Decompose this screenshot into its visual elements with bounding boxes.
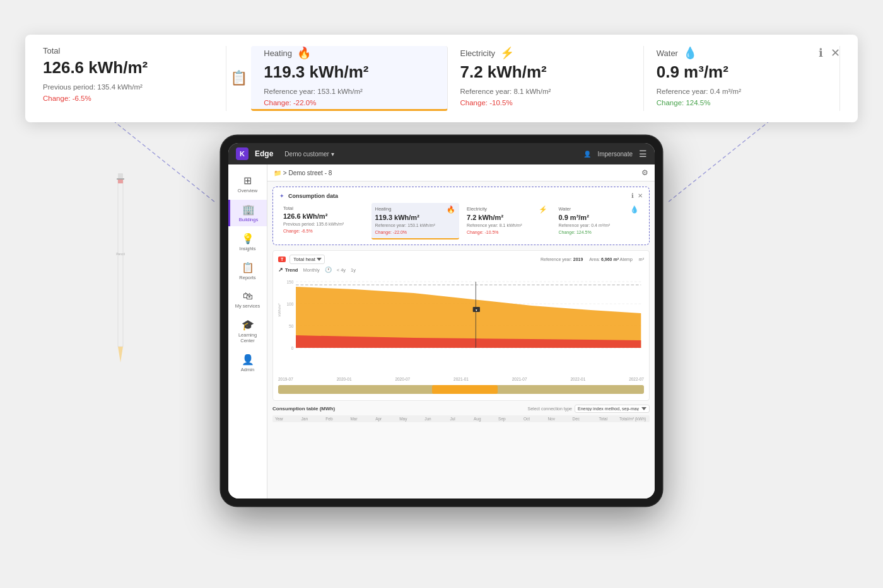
sidebar-item-reports[interactable]: 📋 Reports: [228, 258, 267, 284]
chevron-down-icon: ▾: [331, 151, 334, 158]
settings-icon[interactable]: ⚙: [641, 168, 648, 177]
water-column: Water 💧 0.9 m³/m² Reference year: 0.4 m³…: [644, 46, 840, 111]
electricity-label: Electricity: [460, 49, 496, 58]
chart-tabs: ↗ Trend Monthly 🕐 < 4y 1y: [278, 267, 644, 273]
buildings-icon: 🏢: [242, 204, 255, 216]
learningcenter-icon: 🎓: [242, 319, 254, 331]
th-jun: Jun: [416, 417, 440, 421]
svg-text:50: 50: [289, 324, 293, 328]
cw-water-icon: 💧: [630, 205, 639, 214]
heating-column: Heating 🔥 119.3 kWh/m² Reference year: 1…: [251, 46, 447, 111]
svg-rect-5: [118, 180, 123, 183]
myservices-label: My services: [235, 303, 260, 309]
total-change: Change: -6.5%: [43, 95, 91, 102]
cw-spark-icon: ✦: [279, 193, 284, 199]
th-feb: Feb: [317, 417, 341, 421]
th-jan: Jan: [293, 417, 317, 421]
trend-icon: ↗: [278, 267, 283, 273]
table-row-header: Consumption table (MWh) Select connectio…: [272, 405, 650, 413]
th-total-m2: Total/m² (kWh): [618, 417, 647, 421]
electricity-value: 7.2 kWh/m²: [460, 62, 631, 82]
th-aug: Aug: [465, 417, 489, 421]
hamburger-icon[interactable]: ☰: [639, 149, 647, 159]
tab-monthly[interactable]: Monthly: [303, 267, 319, 273]
connection-type-select[interactable]: Energy index method, sep-may: [575, 405, 650, 413]
impersonate-button[interactable]: Impersonate: [597, 151, 633, 158]
panel-info-button[interactable]: ℹ: [819, 46, 823, 60]
water-header: Water 💧: [657, 46, 827, 60]
cw-water: Water 💧 0.9 m³/m² Reference year: 0.4 m³…: [555, 203, 643, 239]
tab-4y[interactable]: < 4y: [337, 267, 346, 273]
electricity-header: Electricity ⚡: [460, 46, 631, 60]
th-may: May: [391, 417, 415, 421]
heating-change: Change: -22.0%: [264, 99, 316, 107]
breadcrumb: 📁 > Demo street - 8: [274, 170, 332, 176]
th-sep: Sep: [490, 417, 514, 421]
tablet-shell: K Edge Demo customer ▾ 👤 Impersonate ☰: [221, 135, 662, 506]
tab-1y[interactable]: 1y: [351, 267, 356, 273]
time-axis: 2019-07 2020-01 2020-07 2021-01 2021-07 …: [278, 376, 644, 383]
cw-info-button[interactable]: ℹ: [631, 192, 634, 199]
cw-electricity: Electricity ⚡ 7.2 kWh/m² Reference year:…: [463, 203, 551, 239]
customer-selector[interactable]: Demo customer ▾: [284, 151, 334, 158]
svg-text:Pencil: Pencil: [116, 252, 125, 256]
heating-ref: Reference year: 153.1 kWh/m² Change: -22…: [264, 86, 434, 109]
water-label: Water: [657, 49, 678, 58]
total-previous: Previous period: 135.4 kWh/m² Change: -6…: [43, 81, 213, 105]
svg-rect-6: [117, 178, 124, 180]
chart-controls: T Total heat Reference year: 2019 Area: …: [278, 255, 644, 264]
chart-area: T Total heat Reference year: 2019 Area: …: [272, 250, 650, 401]
breadcrumb-bar: 📁 > Demo street - 8 ⚙: [267, 164, 655, 182]
app-logo: K: [236, 147, 249, 160]
cw-header: ✦ Consumption data ℹ ✕: [279, 192, 643, 199]
sidebar-item-admin[interactable]: 👤 Admin: [228, 350, 267, 376]
sidebar-item-buildings[interactable]: 🏢 Buildings: [228, 200, 267, 226]
insights-label: Insights: [240, 246, 256, 251]
chart-visualization: 150 100 50 0 kWh/m²: [278, 275, 644, 376]
th-mar: Mar: [342, 417, 366, 421]
table-area: Consumption table (MWh) Select connectio…: [272, 405, 650, 422]
cw-electricity-icon: ⚡: [539, 205, 547, 214]
th-apr: Apr: [366, 417, 390, 421]
person-icon: 👤: [583, 151, 591, 158]
sidebar-item-insights[interactable]: 💡 Insights: [228, 229, 267, 255]
overview-icon: ⊞: [243, 175, 252, 187]
sidebar-item-learningcenter[interactable]: 🎓 Learning Center: [228, 315, 267, 347]
top-consumption-panel: Total 126.6 kWh/m² Previous period: 135.…: [25, 35, 858, 122]
cw-close-button[interactable]: ✕: [638, 192, 643, 199]
tab-clock-icon[interactable]: 🕐: [325, 267, 332, 273]
reports-icon: 📋: [242, 262, 254, 274]
admin-icon: 👤: [242, 354, 254, 366]
chart-type-dropdown[interactable]: Total heat: [289, 255, 325, 264]
th-dec: Dec: [564, 417, 588, 421]
panel-actions: ℹ ✕: [819, 46, 840, 60]
tab-trend[interactable]: ↗ Trend: [278, 267, 298, 273]
table-label: Consumption table (MWh): [272, 406, 335, 412]
sidebar-item-overview[interactable]: ⊞ Overview: [228, 171, 267, 197]
water-change: Change: 124.5%: [657, 99, 711, 107]
app-header: K Edge Demo customer ▾ 👤 Impersonate ☰: [228, 143, 655, 164]
sidebar: ⊞ Overview 🏢 Buildings 💡 Insights 📋 Repo…: [228, 164, 267, 499]
heating-value: 119.3 kWh/m²: [264, 62, 434, 82]
svg-text:0: 0: [291, 346, 294, 350]
clipboard-icon: 📋: [226, 46, 251, 111]
sidebar-item-myservices[interactable]: 🛍 My services: [228, 287, 267, 313]
svg-text:100: 100: [286, 302, 293, 306]
panel-close-button[interactable]: ✕: [831, 46, 840, 60]
range-bar-active: [432, 385, 498, 394]
svg-text:kWh/m²: kWh/m²: [278, 303, 281, 316]
total-label: Total: [43, 46, 60, 55]
cw-heating-icon: 🔥: [447, 205, 455, 214]
table-header-row: Year Jan Feb Mar Apr May Jun Jul Aug Sep…: [272, 415, 650, 422]
svg-rect-2: [118, 180, 123, 347]
th-oct: Oct: [515, 417, 539, 421]
cw-total: Total 126.6 kWh/m² Previous period: 135.…: [279, 203, 368, 239]
total-column: Total 126.6 kWh/m² Previous period: 135.…: [43, 46, 226, 111]
th-nov: Nov: [539, 417, 563, 421]
pencil-decoration: Pencil: [115, 167, 126, 362]
cw-actions: ℹ ✕: [631, 192, 643, 199]
range-bar[interactable]: [278, 385, 644, 394]
th-year: Year: [275, 417, 292, 421]
main-content: 📁 > Demo street - 8 ⚙ ✦ Consumption data…: [267, 164, 655, 499]
chart-reference-info: Reference year: 2019 Area: 6,960 m² Atem…: [541, 257, 644, 262]
